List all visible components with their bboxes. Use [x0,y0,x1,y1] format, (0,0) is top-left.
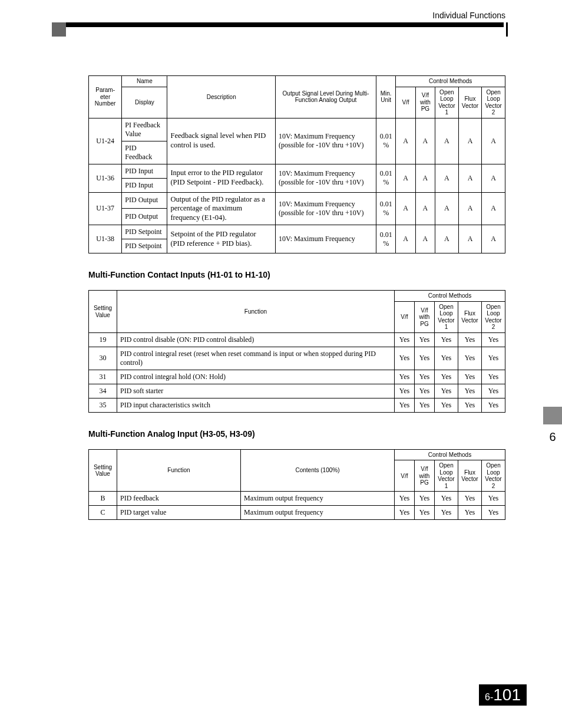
cell-output: 10V: Maximum Frequency (possible for -10… [275,192,376,225]
table-row: 34PID soft starterYesYesYesYesYes [89,384,505,398]
cell-method: Yes [394,398,414,412]
table-row: 30PID control integral reset (reset when… [89,347,505,370]
cell-func: PID target value [117,506,241,520]
cell-method: A [482,164,505,192]
cell-method: A [396,192,415,225]
section-heading-analog-input: Multi-Function Analog Input (H3-05, H3-0… [88,429,505,439]
cell-param: U1-38 [89,225,122,253]
col-vfpg: V/f with PG [414,301,434,332]
cell-method: Yes [458,398,481,412]
cell-method: Yes [481,370,505,384]
cell-method: Yes [458,506,481,520]
cell-method: Yes [434,370,458,384]
col-cm: Control Methods [394,291,505,302]
cell-method: Yes [481,506,505,520]
col-olv2: Open Loop Vector 2 [481,301,505,332]
cell-method: A [482,225,505,253]
page-prefix: 6- [485,692,493,702]
cell-method: A [458,118,482,164]
cell-min: 0.01 % [376,192,395,225]
cell-func: PID soft starter [117,384,395,398]
col-display: Display [122,87,167,118]
page-number-box: 6-101 [479,684,527,706]
col-name: Name [122,76,167,87]
main-content: Param- eter Number Name Description Outp… [88,75,505,520]
cell-method: Yes [434,332,458,347]
cell-contents: Maximum output frequency [241,492,395,506]
col-flux: Flux Vector [458,460,481,492]
cell-method: Yes [458,370,481,384]
cell-desc: Feedback signal level when PID control i… [167,118,276,164]
cell-method: A [415,118,435,164]
parameter-table: Param- eter Number Name Description Outp… [88,75,505,253]
table-row: U1-36PID InputInput error to the PID reg… [89,164,505,178]
col-sv: Setting Value [89,449,117,492]
cell-sv: 35 [89,398,117,412]
cell-sv: 30 [89,347,117,370]
cell-method: Yes [394,370,414,384]
cell-min: 0.01 % [376,164,395,192]
cell-display: PID Feedback [122,141,167,164]
cell-method: Yes [414,506,434,520]
cell-func: PID control integral reset (reset when r… [117,347,395,370]
table-row: U1-24PI Feedback ValueFeedback signal le… [89,118,505,141]
cell-method: Yes [414,398,434,412]
cell-param: U1-36 [89,164,122,192]
cell-method: Yes [481,492,505,506]
cell-method: Yes [434,347,458,370]
col-vf: V/f [396,87,415,118]
col-olv1: Open Loop Vector 1 [434,460,458,492]
cell-name: PID Setpoint [122,225,167,239]
section-heading-contact-inputs: Multi-Function Contact Inputs (H1-01 to … [88,270,505,279]
col-func: Function [117,449,241,492]
table-row: U1-38PID SetpointSetpoint of the PID reg… [89,225,505,239]
cell-output: 10V: Maximum Frequency (possible for -10… [275,118,376,164]
col-cm: Control Methods [394,449,505,460]
cell-method: Yes [434,506,458,520]
cell-sv: C [89,506,117,520]
cell-method: Yes [434,384,458,398]
cell-func: PID feedback [117,492,241,506]
cell-method: A [415,225,435,253]
cell-desc: Output of the PID regulator as a percent… [167,192,276,225]
cell-method: Yes [434,492,458,506]
col-param: Param- eter Number [89,76,122,118]
cell-param: U1-24 [89,118,122,164]
cell-param: U1-37 [89,192,122,225]
cell-method: Yes [434,398,458,412]
cell-contents: Maximum output frequency [241,506,395,520]
cell-method: A [458,225,482,253]
cell-name: PID Output [122,192,167,209]
col-flux: Flux Vector [458,87,482,118]
cell-method: A [435,192,459,225]
col-func: Function [117,291,395,333]
cell-display: PID Output [122,209,167,225]
page-number: 101 [493,686,521,704]
cell-method: A [396,118,415,164]
cell-min: 0.01 % [376,225,395,253]
cell-method: Yes [481,332,505,347]
col-olv1: Open Loop Vector 1 [435,87,459,118]
cell-sv: B [89,492,117,506]
cell-method: A [435,118,459,164]
cell-method: A [435,164,459,192]
cell-name: PID Input [122,164,167,178]
cell-method: Yes [481,384,505,398]
table-row: CPID target valueMaximum output frequenc… [89,506,505,520]
cell-func: PID control integral hold (ON: Hold) [117,370,395,384]
cell-output: 10V: Maximum Frequency [275,225,376,253]
cell-method: Yes [481,398,505,412]
table-row: 31PID control integral hold (ON: Hold)Ye… [89,370,505,384]
table-row: U1-37PID OutputOutput of the PID regulat… [89,192,505,209]
cell-sv: 34 [89,384,117,398]
cell-method: A [415,164,435,192]
table-row: 35PID input characteristics switchYesYes… [89,398,505,412]
cell-method: Yes [458,384,481,398]
col-desc: Description [167,76,276,118]
col-vfpg: V/f with PG [414,460,434,492]
cell-method: Yes [414,347,434,370]
cell-method: A [458,192,482,225]
cell-method: A [415,192,435,225]
cell-display: PID Input [122,178,167,192]
cell-method: Yes [394,347,414,370]
